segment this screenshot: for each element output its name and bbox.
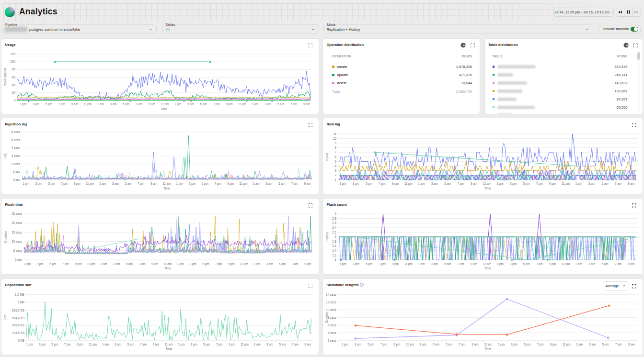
svg-text:9 pm: 9 pm <box>71 102 78 106</box>
svg-text:9 pm: 9 pm <box>550 342 557 346</box>
svg-text:5 pm: 5 pm <box>51 342 58 346</box>
svg-text:1 pm: 1 pm <box>498 342 505 346</box>
svg-text:5 pm: 5 pm <box>523 182 529 186</box>
svg-text:11 pm: 11 pm <box>87 262 95 266</box>
svg-text:3 pm: 3 pm <box>191 342 197 346</box>
svg-text:1.2 MB: 1.2 MB <box>15 292 24 296</box>
svg-text:5 secs: 5 secs <box>13 249 22 252</box>
svg-text:7 am: 7 am <box>615 262 621 266</box>
svg-text:9 am: 9 am <box>151 262 158 266</box>
svg-text:11 pm: 11 pm <box>241 342 249 346</box>
svg-text:5 pm: 5 pm <box>49 262 56 266</box>
svg-text:5 am: 5 am <box>123 102 129 106</box>
svg-text:9 pm: 9 pm <box>549 262 556 266</box>
svg-text:5 am: 5 am <box>126 262 133 266</box>
svg-text:5 am: 5 am <box>602 262 609 266</box>
svg-text:3 pm: 3 pm <box>37 262 44 266</box>
svg-text:0 sec: 0 sec <box>15 258 22 261</box>
svg-text:11: 11 <box>333 132 336 135</box>
svg-text:2.2: 2.2 <box>332 231 336 234</box>
svg-text:5 am: 5 am <box>277 102 284 106</box>
svg-text:9 am: 9 am <box>628 182 634 185</box>
svg-text:1 pm: 1 pm <box>340 262 346 266</box>
svg-text:1 am: 1 am <box>575 262 582 266</box>
svg-text:3 pm: 3 pm <box>189 182 196 186</box>
svg-text:1 am: 1 am <box>252 102 258 106</box>
svg-text:11 am: 11 am <box>484 342 492 346</box>
svg-text:3 pm: 3 pm <box>190 262 196 266</box>
svg-text:11 pm: 11 pm <box>83 102 92 106</box>
svg-text:11 pm: 11 pm <box>404 262 413 266</box>
svg-text:3 am: 3 am <box>433 342 439 346</box>
svg-text:9 am: 9 am <box>304 262 311 266</box>
svg-text:1 pm: 1 pm <box>23 182 29 186</box>
svg-text:7 pm: 7 pm <box>379 262 386 266</box>
svg-text:5 pm: 5 pm <box>202 262 209 266</box>
svg-text:Time: Time <box>484 267 491 270</box>
svg-text:2 secs: 2 secs <box>328 338 336 342</box>
svg-text:8 secs: 8 secs <box>328 315 336 319</box>
svg-text:0 sec: 0 sec <box>13 178 20 181</box>
svg-text:7 am: 7 am <box>458 182 464 185</box>
svg-text:15 secs: 15 secs <box>12 231 22 234</box>
svg-text:1 pm: 1 pm <box>342 342 348 346</box>
svg-text:1 am: 1 am <box>576 342 583 346</box>
svg-text:0 KB: 0 KB <box>18 338 24 342</box>
svg-text:0: 0 <box>14 99 16 102</box>
svg-text:1: 1 <box>335 178 337 181</box>
svg-text:1 am: 1 am <box>418 262 425 266</box>
svg-text:5 pm: 5 pm <box>200 102 207 106</box>
svg-text:5 am: 5 am <box>444 182 451 185</box>
svg-text:1 pm: 1 pm <box>24 262 31 266</box>
svg-text:11 am: 11 am <box>164 342 172 346</box>
svg-text:1 pm: 1 pm <box>177 262 184 266</box>
svg-text:Time: Time <box>166 347 172 350</box>
svg-text:Duration: Duration <box>4 231 7 243</box>
svg-text:5 am: 5 am <box>279 342 286 346</box>
svg-text:1: 1 <box>334 258 336 261</box>
svg-text:7 am: 7 am <box>615 182 621 185</box>
svg-text:25 secs: 25 secs <box>12 212 22 215</box>
svg-text:1.8: 1.8 <box>332 240 336 243</box>
svg-text:9 am: 9 am <box>303 102 310 106</box>
svg-text:1 am: 1 am <box>99 182 106 186</box>
svg-text:7 pm: 7 pm <box>379 182 386 186</box>
svg-text:7 pm: 7 pm <box>215 182 221 186</box>
svg-text:11 pm: 11 pm <box>406 342 414 346</box>
svg-text:11 pm: 11 pm <box>239 182 247 186</box>
svg-text:5 pm: 5 pm <box>524 342 530 346</box>
svg-text:11 pm: 11 pm <box>562 342 570 346</box>
svg-text:5 pm: 5 pm <box>203 342 210 346</box>
svg-text:1.2: 1.2 <box>332 254 336 257</box>
svg-text:9 am: 9 am <box>149 102 155 106</box>
svg-text:3: 3 <box>334 212 336 215</box>
svg-text:9 pm: 9 pm <box>549 182 556 186</box>
svg-text:7 am: 7 am <box>615 342 622 346</box>
svg-text:6: 6 <box>335 155 337 158</box>
svg-text:9 pm: 9 pm <box>75 262 81 266</box>
svg-text:7 pm: 7 pm <box>64 342 71 346</box>
svg-text:9 am: 9 am <box>304 182 310 186</box>
svg-text:10K: 10K <box>10 60 16 63</box>
svg-text:1 am: 1 am <box>420 342 426 346</box>
svg-text:3 am: 3 am <box>264 102 271 106</box>
svg-text:6 secs: 6 secs <box>328 323 336 326</box>
svg-text:1 pm: 1 pm <box>176 182 183 186</box>
svg-text:9 am: 9 am <box>628 262 634 266</box>
svg-text:5 am: 5 am <box>278 182 285 186</box>
svg-text:11 pm: 11 pm <box>562 182 570 186</box>
svg-text:4 secs: 4 secs <box>12 146 20 150</box>
svg-text:1 sec: 1 sec <box>13 170 20 174</box>
svg-text:10 secs: 10 secs <box>12 240 22 243</box>
svg-text:Time: Time <box>163 187 170 190</box>
svg-text:11 pm: 11 pm <box>404 182 413 186</box>
svg-text:5 am: 5 am <box>279 262 286 266</box>
svg-text:5 pm: 5 pm <box>48 182 55 186</box>
svg-text:11 pm: 11 pm <box>562 262 570 266</box>
svg-text:10 secs: 10 secs <box>326 308 336 311</box>
svg-text:4 secs: 4 secs <box>328 331 336 334</box>
svg-text:3 pm: 3 pm <box>39 342 46 346</box>
svg-text:9 am: 9 am <box>628 342 635 346</box>
svg-text:5 pm: 5 pm <box>523 262 529 266</box>
svg-text:11 pm: 11 pm <box>89 342 97 346</box>
